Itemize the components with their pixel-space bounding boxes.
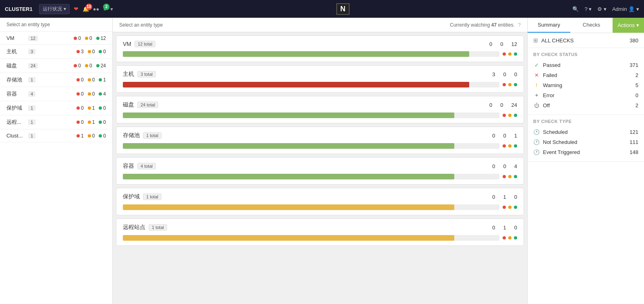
yellow-group: 0 bbox=[88, 133, 95, 139]
yellow-count: 0 bbox=[92, 49, 95, 54]
type-row[interactable]: 🕐 Event Triggered 148 bbox=[533, 147, 638, 157]
red-val: 0 bbox=[492, 225, 495, 231]
red-count: 0 bbox=[78, 63, 81, 69]
settings-button[interactable]: ⚙ ▾ bbox=[597, 6, 607, 12]
filter-icon: ⊞ bbox=[533, 37, 538, 44]
red-stat: 0 bbox=[489, 102, 492, 108]
green-count: 0 bbox=[103, 133, 106, 139]
red-val: 0 bbox=[489, 41, 492, 47]
type-count: 111 bbox=[630, 139, 638, 145]
entity-count: 1 bbox=[28, 77, 35, 83]
bar-fill bbox=[123, 51, 469, 57]
green-group: 0 bbox=[99, 105, 106, 111]
help-button[interactable]: ? ▾ bbox=[584, 6, 592, 12]
all-checks-label: ALL CHECKS bbox=[541, 37, 626, 44]
yellow-dot-bar bbox=[508, 144, 511, 148]
tab-summary[interactable]: Summary bbox=[528, 18, 570, 33]
entity-count: 3 bbox=[28, 49, 35, 54]
type-row[interactable]: 🕐 Scheduled 121 bbox=[533, 127, 638, 137]
entity-section[interactable]: 远程站点 1 total 0 1 0 bbox=[116, 219, 524, 246]
entity-section[interactable]: 容器 4 total 0 0 4 bbox=[116, 157, 524, 185]
entity-section[interactable]: 主机 3 total 3 0 0 bbox=[116, 65, 524, 93]
list-item[interactable]: 存储池 1 0 0 1 bbox=[0, 73, 112, 87]
yellow-count: 1 bbox=[92, 119, 95, 125]
green-count: 0 bbox=[103, 119, 106, 125]
status-count: 2 bbox=[636, 102, 638, 108]
red-dot-bar bbox=[503, 206, 506, 209]
yellow-count: 0 bbox=[92, 91, 95, 97]
heartbeat-icon[interactable]: ❤ bbox=[74, 6, 79, 12]
green-dot bbox=[96, 64, 99, 67]
clock-icon: 🕐 bbox=[533, 149, 540, 155]
green-group: 0 bbox=[99, 133, 106, 139]
red-dot-bar bbox=[503, 144, 506, 148]
red-dot-bar bbox=[503, 236, 506, 239]
type-label: Not Scheduled bbox=[543, 139, 626, 145]
watching-text: Currently watching 47 entities. bbox=[450, 22, 515, 28]
yellow-group: 0 bbox=[85, 35, 92, 41]
admin-button[interactable]: Admin 👤 ▾ bbox=[612, 6, 639, 12]
tab-actions[interactable]: Actions ▾ bbox=[613, 18, 644, 33]
section-header: 保护域 1 total 0 1 0 bbox=[123, 193, 517, 200]
help-icon[interactable]: ? bbox=[518, 22, 521, 28]
entity-section[interactable]: 磁盘 24 total 0 0 24 bbox=[116, 96, 524, 123]
cluster-name[interactable]: CLUSTER1 bbox=[5, 6, 33, 12]
green-stat: 4 bbox=[514, 163, 517, 169]
list-item[interactable]: 磁盘 24 0 0 24 bbox=[0, 59, 112, 73]
list-item[interactable]: VM 12 0 0 12 bbox=[0, 32, 112, 45]
list-item[interactable]: 保护域 1 0 1 0 bbox=[0, 101, 112, 115]
red-dot bbox=[77, 92, 80, 96]
yellow-group: 0 bbox=[88, 77, 95, 83]
entity-name: 远程... bbox=[6, 119, 27, 126]
red-stat: 0 bbox=[492, 163, 495, 169]
green-group: 24 bbox=[96, 63, 106, 69]
entity-section[interactable]: 保护域 1 total 0 1 0 bbox=[116, 188, 524, 215]
status-count: 2 bbox=[636, 72, 638, 78]
search-icon[interactable]: 🔍 bbox=[572, 6, 579, 12]
section-stats: 0 0 1 bbox=[492, 133, 517, 139]
green-stat: 24 bbox=[511, 102, 517, 108]
status-row[interactable]: ✓ Passed 371 bbox=[533, 60, 638, 70]
status-row[interactable]: ⏻ Off 2 bbox=[533, 100, 638, 110]
left-panel-header: Select an entity type bbox=[0, 18, 112, 32]
bar-dots bbox=[503, 175, 517, 178]
yellow-count: 0 bbox=[89, 63, 92, 69]
green-val: 0 bbox=[514, 194, 517, 200]
left-panel: Select an entity type VM 12 0 0 12 主机 3 … bbox=[0, 18, 113, 304]
check-icon: ✓ bbox=[533, 62, 540, 68]
yellow-dot-bar bbox=[508, 52, 511, 56]
bar-container bbox=[123, 204, 499, 210]
status-row[interactable]: ✕ Failed 2 bbox=[533, 70, 638, 80]
status-button[interactable]: 运行状况 ▾ bbox=[39, 4, 70, 14]
chevron-icon: ▾ bbox=[110, 6, 113, 12]
status-row[interactable]: ! Warning 5 bbox=[533, 80, 638, 90]
list-item[interactable]: 主机 3 3 0 0 bbox=[0, 45, 112, 59]
yellow-dot-bar bbox=[508, 175, 511, 178]
alert-icon-wrapper[interactable]: 🔔 10 bbox=[83, 6, 89, 12]
clock-icon: 🕐 bbox=[533, 129, 540, 135]
green-count: 4 bbox=[103, 91, 106, 97]
entity-section[interactable]: VM 12 total 0 0 12 bbox=[116, 35, 524, 62]
yellow-group: 0 bbox=[88, 91, 95, 97]
list-item[interactable]: 容器 4 0 0 4 bbox=[0, 87, 112, 101]
red-count: 0 bbox=[81, 77, 84, 83]
list-item[interactable]: Clust... 1 1 0 0 bbox=[0, 129, 112, 142]
tab-checks[interactable]: Checks bbox=[570, 18, 613, 33]
type-row[interactable]: 🕐 Not Scheduled 111 bbox=[533, 137, 638, 147]
green-stat: 0 bbox=[514, 194, 517, 200]
list-item[interactable]: 远程... 1 0 1 0 bbox=[0, 115, 112, 129]
red-dot bbox=[74, 64, 77, 67]
yellow-val: 0 bbox=[503, 71, 506, 77]
type-count: 121 bbox=[630, 129, 638, 135]
green-val: 12 bbox=[511, 41, 517, 47]
red-group: 0 bbox=[74, 63, 81, 69]
circle-icon-wrapper[interactable]: ● 2 bbox=[103, 6, 106, 12]
section-total: 3 total bbox=[137, 71, 156, 77]
bar-dots bbox=[503, 52, 517, 56]
red-stat: 3 bbox=[492, 71, 495, 77]
entity-section[interactable]: 存储池 1 total 0 0 1 bbox=[116, 127, 524, 154]
red-val: 3 bbox=[492, 71, 495, 77]
warn-icon: ! bbox=[533, 82, 540, 88]
red-stat: 0 bbox=[492, 133, 495, 139]
status-row[interactable]: ✦ Error 0 bbox=[533, 90, 638, 100]
